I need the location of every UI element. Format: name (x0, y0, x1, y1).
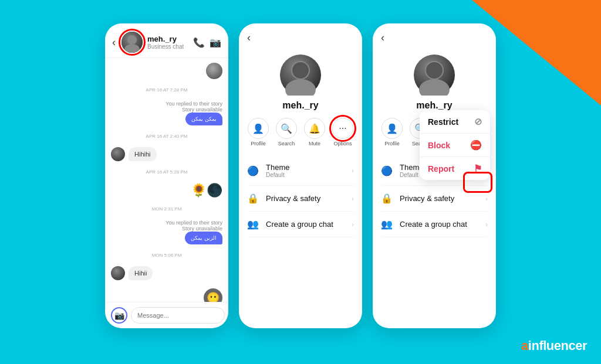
msg-avatar-1 (111, 147, 125, 161)
block-label: Block (428, 141, 450, 150)
phone-chat: ‹ meh._ry Business chat 📞 📷 (105, 23, 228, 328)
profile-actions-2: 👤 Profile 🔍 Search 🔔 Mute ··· Options (248, 118, 353, 147)
svg-point-4 (292, 62, 309, 79)
profile-name-3: meh._ry (416, 100, 452, 111)
privacy-icon-3: 🔒 (381, 193, 394, 204)
profile-avatar-2 (280, 55, 321, 96)
back-arrow-icon[interactable]: ‹ (112, 36, 116, 49)
chat-header-info: meh._ry Business chat (147, 35, 188, 50)
action-search[interactable]: 🔍 Search (276, 118, 297, 147)
action-profile[interactable]: 👤 Profile (248, 118, 269, 147)
report-icon: ⚑ (474, 163, 482, 174)
privacy-chevron: › (352, 195, 354, 203)
group-icon: 👥 (247, 219, 260, 230)
report-label: Report (428, 164, 454, 174)
chat-header: ‹ meh._ry Business chat 📞 📷 (105, 23, 228, 58)
svg-point-7 (426, 62, 443, 79)
search-action-icon: 🔍 (276, 118, 297, 139)
emoji-msg: 🌻🌑 (191, 183, 222, 198)
profile-header-2: ‹ (239, 23, 362, 49)
group-title: Create a group chat (266, 220, 346, 229)
camera-icon-circle[interactable]: 📷 (111, 307, 127, 324)
menu-group-3[interactable]: 👥 Create a group chat › (381, 212, 488, 237)
block-icon: ⛔ (470, 140, 482, 151)
svg-point-6 (419, 79, 450, 96)
profile-action-icon-3: 👤 (381, 118, 403, 139)
profile-action-label: Profile (251, 141, 266, 147)
call-icon[interactable]: 📞 (193, 37, 205, 48)
theme-title: Theme (266, 163, 346, 172)
back-arrow-2[interactable]: ‹ (247, 32, 251, 44)
header-icons: 📞 📷 (193, 37, 221, 48)
svg-point-3 (285, 79, 316, 96)
theme-subtitle: Default (266, 172, 346, 178)
mute-action-icon: 🔔 (304, 118, 325, 139)
profile-body-3: meh._ry 👤 Profile 🔍 Search 🔔 Mute ··· Op… (373, 49, 496, 328)
dropdown-report[interactable]: Report ⚑ (420, 157, 490, 180)
timestamp-3: APR 16 AT 5:28 PM (111, 169, 222, 175)
chat-avatar[interactable] (121, 32, 143, 53)
timestamp-2: APR 16 AT 2:40 PM (111, 134, 222, 139)
back-arrow-3[interactable]: ‹ (381, 32, 384, 44)
menu-theme[interactable]: 🔵 Theme Default › (247, 156, 354, 186)
group-chevron-3: › (485, 220, 488, 229)
menu-privacy-text-3: Privacy & safety (400, 194, 480, 203)
profile-avatar-3 (414, 55, 455, 96)
restrict-icon: ⊘ (474, 116, 482, 127)
video-icon[interactable]: 📷 (210, 37, 221, 48)
timestamp-5: MON 5:06 PM (111, 253, 222, 258)
privacy-icon: 🔒 (247, 193, 260, 204)
chat-subtitle: Business chat (147, 43, 188, 50)
msg-story-reply-2: You replied to their storyStory unavaila… (111, 220, 222, 244)
profile-name-2: meh._ry (282, 100, 318, 111)
dropdown-block[interactable]: Block ⛔ (420, 134, 490, 157)
received-bubble-2: Hihii (129, 266, 153, 280)
timestamp-1: APR 16 AT 7:28 PM (111, 87, 222, 93)
timestamp-4: MON 2:31 PM (111, 206, 222, 212)
mute-action-label: Mute (309, 141, 320, 147)
dropdown-restrict[interactable]: Restrict ⊘ (420, 110, 490, 134)
options-action-label: Options (333, 141, 352, 147)
privacy-chevron-3: › (485, 195, 488, 203)
svg-point-1 (124, 44, 140, 53)
options-action-icon: ··· (332, 118, 353, 139)
story-reply-text-2: You replied to their storyStory unavaila… (166, 220, 222, 232)
options-dropdown: Restrict ⊘ Block ⛔ Report ⚑ (420, 110, 490, 180)
brand-name: influencer (528, 338, 587, 353)
sent-bubble-2: الزين يمكن (185, 232, 222, 244)
svg-point-0 (127, 35, 137, 45)
action-options[interactable]: ··· Options (332, 118, 353, 147)
chat-input-bar: 📷 🎤 🖼 😊 (105, 302, 228, 328)
phones-container: ‹ meh._ry Business chat 📞 📷 (105, 23, 496, 328)
brand-prefix: a (521, 338, 528, 353)
restrict-label: Restrict (428, 117, 458, 127)
story-reply-text: You replied to their storyStory unavaila… (166, 101, 222, 113)
msg-story-reply: You replied to their storyStory unavaila… (111, 101, 222, 125)
menu-group[interactable]: 👥 Create a group chat › (247, 212, 354, 237)
phone-profile: ‹ meh._ry 👤 Profile 🔍 Search (239, 23, 362, 328)
message-input[interactable] (131, 307, 225, 324)
profile-header-3: ‹ (373, 23, 496, 49)
brand-logo: ainfluencer (521, 338, 587, 353)
phone-profile-dropdown: ‹ meh._ry 👤 Profile 🔍 Search (373, 23, 496, 328)
sent-bubble-1: يمكن يمكن (185, 113, 222, 125)
search-action-label: Search (278, 141, 295, 147)
menu-group-text-3: Create a group chat (400, 220, 480, 229)
profile-body-2: meh._ry 👤 Profile 🔍 Search 🔔 Mute ··· Op… (239, 49, 362, 328)
privacy-title: Privacy & safety (266, 194, 346, 203)
menu-privacy[interactable]: 🔒 Privacy & safety › (247, 186, 354, 212)
msg-avatar-2 (111, 266, 125, 280)
theme-chevron: › (352, 166, 354, 175)
chat-username: meh._ry (147, 35, 188, 43)
menu-privacy-text: Privacy & safety (266, 194, 346, 203)
action-profile-3[interactable]: 👤 Profile (381, 118, 403, 147)
group-icon-3: 👥 (381, 219, 394, 230)
profile-menu-2: 🔵 Theme Default › 🔒 Privacy & safety › 👥 (247, 156, 354, 237)
msg-hihihi: Hihihi (111, 147, 222, 161)
msg-emoji: 🌻🌑 (111, 183, 222, 198)
chat-body: APR 16 AT 7:28 PM You replied to their s… (105, 58, 228, 302)
menu-group-text: Create a group chat (266, 220, 346, 229)
action-mute[interactable]: 🔔 Mute (304, 118, 325, 147)
menu-theme-text: Theme Default (266, 163, 346, 178)
menu-privacy-3[interactable]: 🔒 Privacy & safety › (381, 186, 488, 212)
